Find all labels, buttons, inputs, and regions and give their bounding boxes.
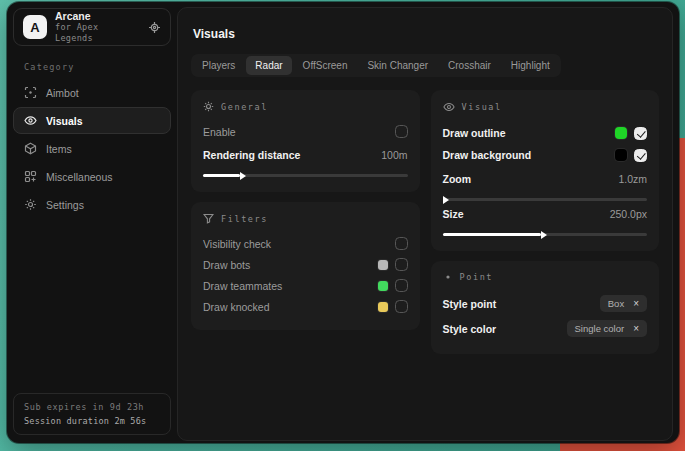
eye-icon — [443, 101, 455, 113]
sun-icon — [203, 101, 214, 112]
left-column: General Enable Rendering distance 100m — [191, 90, 420, 330]
sidebar-item-label: Visuals — [46, 115, 83, 127]
draw-bots-color-swatch[interactable] — [378, 260, 388, 270]
panel-title: Filters — [221, 214, 268, 224]
category-label: Category — [24, 62, 171, 72]
style-color-row: Style color Single color × — [443, 316, 648, 341]
panel-title: Point — [460, 272, 494, 282]
gear-icon — [24, 198, 37, 211]
sidebar-item-aimbot[interactable]: Aimbot — [13, 79, 171, 106]
zoom-group: Zoom 1.0zm — [443, 168, 648, 201]
sidebar: A Arcane for Apex Legends Category — [7, 2, 177, 443]
tab-skin-changer[interactable]: Skin Changer — [358, 56, 437, 75]
visibility-check-row: Visibility check — [203, 233, 408, 254]
tab-players[interactable]: Players — [193, 56, 244, 75]
subscription-info-box: Sub expires in 9d 23h Session duration 2… — [13, 393, 171, 435]
draw-background-color-swatch[interactable] — [615, 149, 627, 161]
draw-knocked-label: Draw knocked — [203, 301, 270, 313]
visibility-check-label: Visibility check — [203, 238, 271, 250]
rendering-distance-slider[interactable] — [203, 174, 408, 177]
slider-thumb[interactable] — [443, 196, 449, 204]
sidebar-item-items[interactable]: Items — [13, 135, 171, 162]
sidebar-item-miscellaneous[interactable]: Miscellaneous — [13, 163, 171, 190]
tab-bar: Players Radar OffScreen Skin Changer Cro… — [191, 54, 561, 77]
app-title-block: Arcane for Apex Legends — [55, 10, 140, 44]
sidebar-item-label: Settings — [46, 199, 84, 211]
panel-title: General — [221, 102, 268, 112]
close-icon[interactable]: × — [633, 299, 639, 309]
draw-background-checkbox[interactable] — [634, 149, 647, 162]
eye-icon — [24, 114, 37, 127]
size-row: Size 250.0px — [443, 203, 648, 224]
sidebar-item-label: Miscellaneous — [46, 171, 113, 183]
gear-icon[interactable] — [148, 21, 161, 34]
dot-icon — [443, 272, 453, 282]
panel-visual-header: Visual — [443, 101, 648, 113]
rendering-distance-value: 100m — [381, 149, 407, 161]
app-name: Arcane — [55, 10, 140, 22]
right-column: Visual Draw outline Draw background — [431, 90, 660, 354]
enable-row: Enable — [203, 121, 408, 142]
sidebar-item-settings[interactable]: Settings — [13, 191, 171, 218]
style-color-select[interactable]: Single color × — [567, 320, 647, 337]
size-group: Size 250.0px — [443, 203, 648, 236]
funnel-icon — [203, 213, 214, 224]
zoom-slider[interactable] — [443, 198, 648, 201]
style-point-label: Style point — [443, 298, 497, 310]
panel-general: General Enable Rendering distance 100m — [191, 90, 420, 192]
style-color-label: Style color — [443, 323, 497, 335]
tab-crosshair[interactable]: Crosshair — [439, 56, 500, 75]
enable-label: Enable — [203, 126, 236, 138]
slider-thumb[interactable] — [240, 172, 246, 180]
sidebar-item-label: Items — [46, 143, 72, 155]
sub-expires-text: Sub expires in 9d 23h — [24, 402, 160, 412]
slider-thumb[interactable] — [541, 231, 547, 239]
panel-filters-header: Filters — [203, 213, 408, 224]
style-point-row: Style point Box × — [443, 291, 648, 316]
tab-radar[interactable]: Radar — [246, 56, 291, 75]
app-window: A Arcane for Apex Legends Category — [7, 2, 679, 443]
draw-bots-row: Draw bots — [203, 254, 408, 275]
size-slider[interactable] — [443, 233, 648, 236]
draw-background-label: Draw background — [443, 149, 532, 161]
draw-teammates-checkbox[interactable] — [395, 279, 408, 292]
draw-teammates-label: Draw teammates — [203, 280, 282, 292]
style-point-value: Box — [608, 298, 624, 309]
close-icon[interactable]: × — [633, 324, 639, 334]
panel-point: Point Style point Box × — [431, 261, 660, 354]
draw-teammates-color-swatch[interactable] — [378, 281, 388, 291]
style-color-value: Single color — [575, 323, 625, 334]
grid-icon — [24, 170, 37, 183]
style-point-select[interactable]: Box × — [600, 295, 647, 312]
draw-knocked-row: Draw knocked — [203, 296, 408, 317]
tab-offscreen[interactable]: OffScreen — [294, 56, 357, 75]
sidebar-item-visuals[interactable]: Visuals — [13, 107, 171, 134]
draw-bots-label: Draw bots — [203, 259, 250, 271]
app-logo: A — [23, 15, 47, 39]
draw-teammates-row: Draw teammates — [203, 275, 408, 296]
main-panel: Visuals Players Radar OffScreen Skin Cha… — [177, 7, 673, 441]
draw-knocked-color-swatch[interactable] — [378, 302, 388, 312]
rendering-distance-row: Rendering distance 100m — [203, 144, 408, 165]
zoom-value: 1.0zm — [618, 173, 647, 185]
draw-knocked-checkbox[interactable] — [395, 300, 408, 313]
panel-point-header: Point — [443, 272, 648, 282]
session-duration-text: Session duration 2m 56s — [24, 416, 160, 426]
rendering-distance-group: Rendering distance 100m — [203, 144, 408, 177]
page-title: Visuals — [193, 27, 659, 41]
draw-outline-color-swatch[interactable] — [615, 127, 627, 139]
panel-visual: Visual Draw outline Draw background — [431, 90, 660, 251]
zoom-label: Zoom — [443, 173, 472, 185]
tab-highlight[interactable]: Highlight — [502, 56, 559, 75]
enable-checkbox[interactable] — [395, 125, 408, 138]
cube-icon — [24, 142, 37, 155]
slider-fill — [443, 233, 541, 236]
visibility-check-checkbox[interactable] — [395, 237, 408, 250]
zoom-row: Zoom 1.0zm — [443, 168, 648, 189]
draw-outline-checkbox[interactable] — [634, 127, 647, 140]
panel-filters: Filters Visibility check Draw bots — [191, 202, 420, 330]
draw-bots-checkbox[interactable] — [395, 258, 408, 271]
size-value: 250.0px — [610, 208, 647, 220]
draw-background-row: Draw background — [443, 144, 648, 166]
app-logo-box: A Arcane for Apex Legends — [13, 8, 171, 46]
